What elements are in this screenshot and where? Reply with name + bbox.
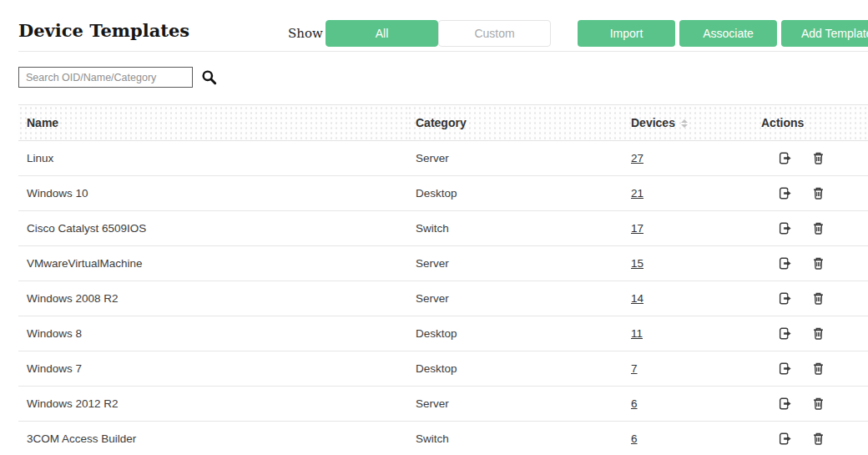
export-icon[interactable] bbox=[778, 432, 792, 446]
category-cell: Server bbox=[407, 246, 623, 281]
template-name-cell: Windows 2008 R2 bbox=[18, 281, 407, 316]
trash-icon[interactable] bbox=[811, 326, 825, 341]
export-icon[interactable] bbox=[778, 291, 792, 306]
category-cell: Desktop bbox=[407, 176, 623, 211]
actions-cell bbox=[753, 351, 868, 387]
table-row: Windows 7 Desktop 7 bbox=[18, 351, 868, 387]
export-icon[interactable] bbox=[778, 397, 792, 411]
export-icon[interactable] bbox=[778, 221, 792, 235]
template-name-cell: Cisco Catalyst 6509IOS bbox=[18, 211, 407, 246]
actions-cell bbox=[753, 141, 868, 176]
page-title: Device Templates bbox=[18, 20, 189, 41]
actions-cell bbox=[753, 246, 868, 281]
search-button[interactable] bbox=[201, 69, 217, 85]
actions-cell bbox=[753, 387, 868, 422]
devices-cell: 15 bbox=[623, 246, 753, 281]
sort-icon[interactable] bbox=[681, 119, 688, 128]
category-cell: Switch bbox=[407, 422, 623, 455]
show-filter-label: Show bbox=[288, 26, 323, 41]
column-header-name: Name bbox=[18, 105, 407, 141]
table-row: Windows 2012 R2 Server 6 bbox=[18, 387, 868, 422]
device-templates-table: Name Category Devices Actions Linux Serv… bbox=[18, 104, 868, 455]
devices-cell: 17 bbox=[623, 211, 753, 246]
devices-cell: 6 bbox=[623, 422, 753, 455]
template-name-cell: Windows 7 bbox=[18, 351, 407, 387]
trash-icon[interactable] bbox=[811, 361, 825, 376]
category-cell: Server bbox=[407, 387, 623, 422]
category-cell: Switch bbox=[407, 211, 623, 246]
category-cell: Desktop bbox=[407, 351, 623, 387]
template-name-cell: Linux bbox=[18, 141, 407, 176]
devices-cell: 7 bbox=[623, 351, 753, 387]
category-cell: Server bbox=[407, 281, 623, 316]
devices-count-link[interactable]: 15 bbox=[631, 257, 643, 270]
table-row: Cisco Catalyst 6509IOS Switch 17 bbox=[18, 211, 868, 246]
actions-cell bbox=[753, 211, 868, 246]
column-header-category: Category bbox=[407, 105, 623, 141]
trash-icon[interactable] bbox=[811, 291, 825, 306]
export-icon[interactable] bbox=[778, 326, 792, 341]
actions-cell bbox=[753, 422, 868, 455]
trash-icon[interactable] bbox=[811, 151, 825, 165]
table-row: Windows 2008 R2 Server 14 bbox=[18, 281, 868, 316]
table-row: Windows 10 Desktop 21 bbox=[18, 176, 868, 211]
actions-cell bbox=[753, 316, 868, 351]
template-name-cell: Windows 8 bbox=[18, 316, 407, 351]
devices-count-link[interactable]: 21 bbox=[631, 187, 643, 200]
add-template-button[interactable]: Add Template bbox=[781, 20, 868, 47]
toolbar: Device Templates Show All Custom Import … bbox=[0, 0, 868, 51]
devices-count-link[interactable]: 14 bbox=[631, 292, 643, 305]
devices-count-link[interactable]: 7 bbox=[631, 362, 638, 375]
devices-count-link[interactable]: 27 bbox=[631, 152, 643, 164]
template-name-cell: VMwareVirtualMachine bbox=[18, 246, 407, 281]
trash-icon[interactable] bbox=[811, 432, 825, 446]
filter-all-button[interactable]: All bbox=[326, 20, 438, 47]
actions-cell bbox=[753, 176, 868, 211]
devices-count-link[interactable]: 6 bbox=[631, 432, 638, 445]
template-name-cell: Windows 10 bbox=[18, 176, 407, 211]
column-header-actions: Actions bbox=[753, 105, 868, 141]
devices-cell: 11 bbox=[623, 316, 753, 351]
header-divider bbox=[18, 51, 868, 52]
trash-icon[interactable] bbox=[811, 186, 825, 200]
toolbar-action-buttons: Import Associate Add Template bbox=[578, 20, 868, 47]
associate-button[interactable]: Associate bbox=[679, 20, 777, 47]
devices-cell: 27 bbox=[623, 141, 753, 176]
search-input[interactable] bbox=[18, 67, 193, 88]
template-name-cell: Windows 2012 R2 bbox=[18, 387, 407, 422]
devices-count-link[interactable]: 17 bbox=[631, 222, 643, 235]
devices-cell: 14 bbox=[623, 281, 753, 316]
table-row: Windows 8 Desktop 11 bbox=[18, 316, 868, 351]
category-cell: Desktop bbox=[407, 316, 623, 351]
category-cell: Server bbox=[407, 141, 623, 176]
filter-custom-button[interactable]: Custom bbox=[438, 20, 551, 47]
devices-cell: 6 bbox=[623, 387, 753, 422]
export-icon[interactable] bbox=[778, 361, 792, 376]
template-name-cell: 3COM Access Builder bbox=[18, 422, 407, 455]
trash-icon[interactable] bbox=[811, 256, 825, 270]
import-button[interactable]: Import bbox=[578, 20, 675, 47]
table-row: Linux Server 27 bbox=[18, 141, 868, 176]
devices-count-link[interactable]: 11 bbox=[631, 327, 643, 340]
trash-icon[interactable] bbox=[811, 397, 825, 411]
actions-cell bbox=[753, 281, 868, 316]
column-header-devices: Devices bbox=[623, 105, 753, 141]
search-icon bbox=[201, 69, 217, 85]
export-icon[interactable] bbox=[778, 186, 792, 200]
table-header-row: Name Category Devices Actions bbox=[18, 105, 868, 141]
search-bar bbox=[18, 67, 217, 88]
show-filter-segmented: All Custom bbox=[326, 20, 551, 47]
table-row: 3COM Access Builder Switch 6 bbox=[18, 422, 868, 455]
table-row: VMwareVirtualMachine Server 15 bbox=[18, 246, 868, 281]
trash-icon[interactable] bbox=[811, 221, 825, 235]
devices-count-link[interactable]: 6 bbox=[631, 397, 638, 410]
export-icon[interactable] bbox=[778, 151, 792, 165]
export-icon[interactable] bbox=[778, 256, 792, 270]
devices-cell: 21 bbox=[623, 176, 753, 211]
